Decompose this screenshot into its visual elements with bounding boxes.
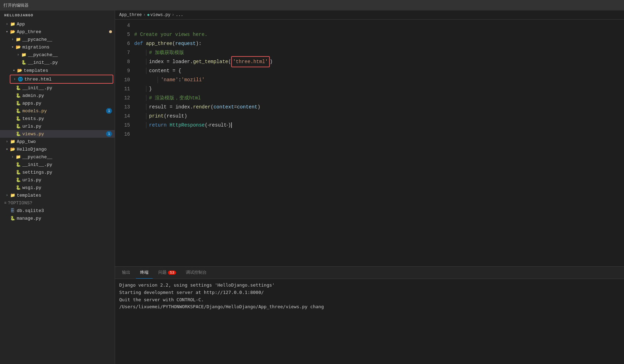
comment-token: # 渲染模版，变成html xyxy=(149,93,201,103)
breadcrumb-app-three: App_three xyxy=(119,13,142,17)
plain-token: ) xyxy=(270,57,273,66)
tab-terminal[interactable]: 终端 xyxy=(136,267,153,279)
sidebar-item-migrations[interactable]: 📂 migrations xyxy=(0,43,115,51)
sidebar-item-label: templates xyxy=(17,193,115,198)
sidebar-item-app-three[interactable]: 📂 App_three xyxy=(0,28,115,36)
sidebar-item-label: App xyxy=(17,22,115,27)
options-icon: ≡ xyxy=(4,201,7,205)
indent-space xyxy=(134,93,146,103)
sidebar-item-label: wsgi.py xyxy=(22,185,115,190)
sidebar-item-init[interactable]: 🐍 __init__.py xyxy=(0,84,115,92)
python-breadcrumb-icon: ◆ xyxy=(147,12,150,17)
line-num-9: 9 xyxy=(115,66,130,75)
indent-guide xyxy=(146,104,146,110)
sidebar-item-apps[interactable]: 🐍 apps.py xyxy=(0,99,115,107)
three-html-highlight-box: 🌐 three.html xyxy=(10,75,113,84)
python-file-icon: 🐍 xyxy=(15,93,21,98)
sidebar-item-label: urls.py xyxy=(22,124,115,129)
spacer xyxy=(10,131,15,137)
sidebar-item-tests[interactable]: 🐍 tests.py xyxy=(0,115,115,122)
python-file-icon: 🐍 xyxy=(15,116,21,121)
chevron-icon xyxy=(12,76,17,82)
sidebar-item-options[interactable]: ≡ ?OPTIONS? xyxy=(0,199,115,207)
python-file-icon: 🐍 xyxy=(10,215,15,221)
sidebar[interactable]: HELLODJANGO 📁 App 📂 App_three 📁 __pycach… xyxy=(0,10,115,364)
sidebar-item-wsgi[interactable]: 🐍 wsgi.py xyxy=(0,184,115,191)
sidebar-item-app-two[interactable]: 📁 App_two xyxy=(0,138,115,145)
python-file-icon: 🐍 xyxy=(15,123,21,129)
code-line-16 xyxy=(134,130,624,139)
tab-debug-console[interactable]: 调试控制台 xyxy=(182,267,211,279)
sidebar-item-settings[interactable]: 🐍 settings.py xyxy=(0,168,115,176)
sidebar-item-templates-root[interactable]: 📁 templates xyxy=(0,191,115,199)
sidebar-item-admin[interactable]: 🐍 admin.py xyxy=(0,92,115,99)
top-bar-title: 打开的编辑器 xyxy=(3,2,29,8)
python-file-icon: 🐍 xyxy=(15,177,21,183)
sidebar-item-hellodjango[interactable]: 📂 HelloDjango xyxy=(0,145,115,153)
python-file-icon: 🐍 xyxy=(15,185,21,190)
terminal-content[interactable]: Django version 2.2, using settings 'Hell… xyxy=(115,279,624,364)
folder-open-icon: 📂 xyxy=(15,44,21,50)
indent-guide xyxy=(146,59,146,65)
python-file-icon: 🐍 xyxy=(15,131,21,137)
code-line-10: 'name' : 'mozili' xyxy=(134,75,624,84)
plain-token: ) xyxy=(258,103,260,112)
code-line-9: content = { xyxy=(134,66,624,75)
line-num-15: 15 xyxy=(115,121,130,130)
plain-token: } xyxy=(149,84,152,93)
sidebar-item-label: __init__.py xyxy=(22,162,115,167)
sidebar-item-models[interactable]: 🐍 models.py 1 xyxy=(0,107,115,115)
code-line-7: # 加载获取模版 xyxy=(134,48,624,57)
indent-space xyxy=(134,57,146,66)
indent-guide xyxy=(158,77,158,83)
plain-token: ( xyxy=(172,39,175,48)
sidebar-item-label: templates xyxy=(24,68,112,73)
sidebar-item-pycache3[interactable]: 📁 __pycache__ xyxy=(0,153,115,161)
html-file-icon: 🌐 xyxy=(17,76,23,82)
spacer xyxy=(10,85,15,91)
sidebar-item-urls1[interactable]: 🐍 urls.py xyxy=(0,122,115,130)
tab-problems[interactable]: 问题 53 xyxy=(154,267,180,279)
line-num-5: 5 xyxy=(115,30,130,39)
chevron-icon xyxy=(10,37,15,42)
line-num-14: 14 xyxy=(115,112,130,121)
comment-token: # 加载获取模版 xyxy=(149,48,184,57)
keyword-token: def xyxy=(134,39,143,48)
sidebar-item-app[interactable]: 📁 App xyxy=(0,20,115,28)
spacer xyxy=(10,185,15,190)
line-numbers: 4 5 6 7 8 9 10 11 12 13 14 15 16 xyxy=(115,20,134,266)
sidebar-item-label: apps.py xyxy=(22,101,115,106)
chevron-icon xyxy=(4,192,10,198)
plain-token: ( xyxy=(205,121,207,130)
sidebar-item-views[interactable]: 🐍 views.py 1 xyxy=(0,130,115,138)
sidebar-item-label: three.html xyxy=(24,77,113,82)
code-line-14: print (result) xyxy=(134,112,624,121)
sidebar-item-label: HelloDjango xyxy=(17,147,115,152)
spacer xyxy=(10,100,15,106)
python-file-icon: 🐍 xyxy=(15,169,21,175)
tab-output[interactable]: 输出 xyxy=(118,267,135,279)
sidebar-item-pycache1[interactable]: 📁 __pycache__ xyxy=(0,36,115,43)
terminal-line-2: Starting development server at http://12… xyxy=(119,289,620,296)
problems-badge: 53 xyxy=(168,271,176,275)
sidebar-item-manage[interactable]: 🐍 manage.py xyxy=(0,214,115,222)
indent-guide xyxy=(146,86,146,92)
sidebar-item-hd-init[interactable]: 🐍 __init__.py xyxy=(0,161,115,168)
folder-icon: 📁 xyxy=(21,52,26,58)
attr-token: context xyxy=(213,103,234,112)
sidebar-item-migrations-init[interactable]: 🐍 __init__.py xyxy=(0,59,115,66)
code-editor[interactable]: 4 5 6 7 8 9 10 11 12 13 14 15 16 xyxy=(115,20,624,266)
breadcrumb-views: views.py xyxy=(150,13,170,17)
sidebar-item-db[interactable]: 🗄 db.sqlite3 xyxy=(0,207,115,214)
sidebar-item-templates[interactable]: 📂 templates xyxy=(1,67,113,74)
bottom-panel: 输出 终端 问题 53 调试控制台 Django version 2.2, us… xyxy=(115,266,624,364)
sidebar-item-hd-urls[interactable]: 🐍 urls.py xyxy=(0,176,115,184)
sidebar-item-pycache2[interactable]: 📁 __pycache__ xyxy=(0,51,115,59)
tab-terminal-label: 终端 xyxy=(140,270,149,275)
folder-open-icon: 📂 xyxy=(17,68,22,73)
sidebar-item-label: views.py xyxy=(22,131,106,137)
sidebar-item-label: settings.py xyxy=(22,170,115,175)
python-file-icon: 🐍 xyxy=(21,60,26,65)
sidebar-item-three-html[interactable]: 🌐 three.html xyxy=(10,75,113,83)
chevron-icon xyxy=(15,52,21,58)
